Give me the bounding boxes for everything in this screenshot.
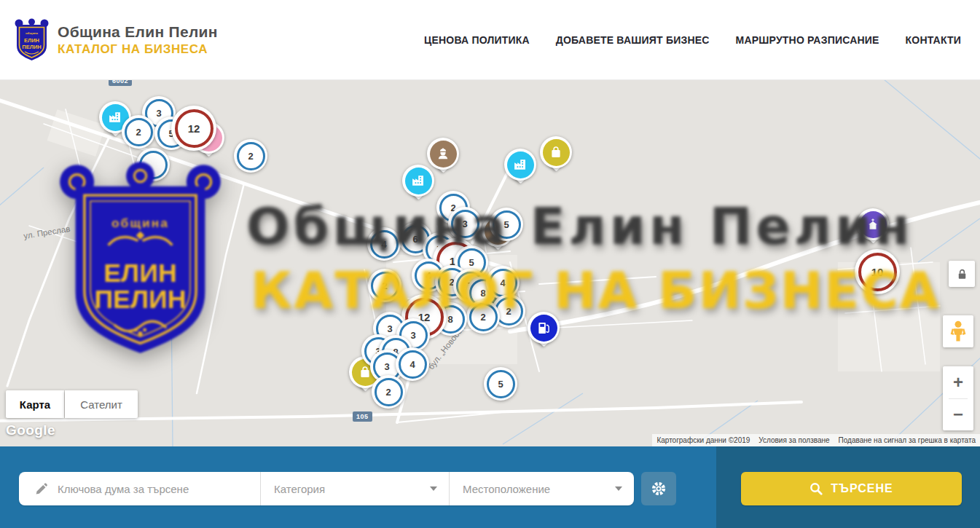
advanced-settings-button[interactable] xyxy=(641,472,676,505)
lock-control-button[interactable] xyxy=(949,261,975,287)
google-logo[interactable]: Google xyxy=(6,422,55,438)
municipality-crest-logo: община ЕЛИН ПЕЛИН xyxy=(15,18,49,62)
category-select-label: Категория xyxy=(274,483,325,495)
location-select[interactable]: Местоположение xyxy=(450,472,634,505)
map-type-control: Карта Сателит xyxy=(6,390,138,418)
gear-icon xyxy=(651,481,667,497)
road-shield: 105 xyxy=(353,411,372,422)
brand-text: Община Елин Пелин КАТАЛОГ НА БИЗНЕСА xyxy=(58,23,218,57)
svg-text:община: община xyxy=(26,31,38,35)
attribution-report-error-link[interactable]: Подаване на сигнал за грешка в картата xyxy=(834,436,980,444)
business-pin-factory[interactable] xyxy=(503,149,537,194)
pencil-icon xyxy=(35,483,47,495)
business-pin-factory[interactable] xyxy=(401,165,435,210)
search-fields: Категория Местоположение xyxy=(19,472,634,505)
factory-icon xyxy=(109,111,122,123)
shopping-bag-icon xyxy=(359,366,371,379)
street-view-pegman-button[interactable] xyxy=(943,315,973,347)
cluster-marker[interactable]: 5 xyxy=(484,367,517,401)
cluster-marker[interactable]: 2 xyxy=(372,375,405,409)
brand-title: Община Елин Пелин xyxy=(58,23,218,41)
pegman-icon xyxy=(950,320,966,342)
factory-icon xyxy=(412,175,425,186)
cluster-marker[interactable] xyxy=(136,148,170,181)
search-button-label: ТЪРСЕНЕ xyxy=(831,482,893,495)
church-icon xyxy=(867,218,879,231)
construction-worker-icon xyxy=(436,147,450,160)
search-button[interactable]: ТЪРСЕНЕ xyxy=(741,472,962,505)
map-attribution: Картографски данни ©2019 Условия за полз… xyxy=(652,434,980,446)
business-pin-church[interactable] xyxy=(856,208,890,253)
fuel-station-icon xyxy=(537,321,551,335)
cluster-marker[interactable]: 10 xyxy=(855,249,900,294)
nav-item-pricing-policy[interactable]: ЦЕНОВА ПОЛИТИКА xyxy=(424,34,530,46)
chevron-down-icon xyxy=(615,486,622,491)
cluster-marker[interactable]: 12 xyxy=(171,106,216,151)
road-shield: 6002 xyxy=(109,80,132,86)
nav-item-contacts[interactable]: КОНТАКТИ xyxy=(906,34,961,46)
attribution-map-data: Картографски данни ©2019 xyxy=(652,436,754,444)
map-type-map-button[interactable]: Карта xyxy=(6,390,64,418)
zoom-in-button[interactable]: + xyxy=(943,366,973,398)
cluster-marker[interactable]: 3 xyxy=(448,207,482,240)
search-button-panel: ТЪРСЕНЕ xyxy=(716,446,980,528)
shopping-bag-icon xyxy=(550,146,562,159)
cluster-marker[interactable]: 2 xyxy=(234,139,267,173)
location-select-label: Местоположение xyxy=(463,483,550,495)
brand[interactable]: община ЕЛИН ПЕЛИН Община Елин Пелин КАТА… xyxy=(15,18,218,62)
zoom-control: + − xyxy=(943,366,973,430)
nav-item-add-your-business[interactable]: ДОБАВЕТЕ ВАШИЯТ БИЗНЕС xyxy=(556,34,710,46)
svg-text:ПЕЛИН: ПЕЛИН xyxy=(22,44,41,50)
lock-icon xyxy=(956,268,968,280)
factory-icon xyxy=(514,159,527,170)
business-pin-fuel[interactable] xyxy=(527,312,560,357)
cluster-marker[interactable]: 5 xyxy=(490,208,523,241)
keyword-field-wrap xyxy=(19,472,261,505)
category-select[interactable]: Категория xyxy=(261,472,450,505)
search-icon xyxy=(810,482,823,495)
zoom-out-button[interactable]: − xyxy=(943,399,973,431)
attribution-terms-link[interactable]: Условия за ползване xyxy=(754,436,834,444)
page: община ЕЛИН ПЕЛИН Община Елин Пелин КАТА… xyxy=(0,0,980,528)
brand-subtitle: КАТАЛОГ НА БИЗНЕСА xyxy=(58,42,218,57)
search-bar: ТЪРСЕНЕ Категория Местоположение xyxy=(0,446,980,528)
chevron-down-icon xyxy=(430,486,437,491)
business-pin-shopping[interactable] xyxy=(539,136,573,181)
cluster-marker[interactable]: 2 xyxy=(122,115,155,149)
nav-item-route-schedule[interactable]: МАРШРУТНО РАЗПИСАНИЕ xyxy=(736,34,879,46)
main-nav: ЦЕНОВА ПОЛИТИКА ДОБАВЕТЕ ВАШИЯТ БИЗНЕС М… xyxy=(424,34,961,46)
header: община ЕЛИН ПЕЛИН Община Елин Пелин КАТА… xyxy=(0,0,980,80)
keyword-search-input[interactable] xyxy=(56,482,241,496)
svg-text:ЕЛИН: ЕЛИН xyxy=(24,37,39,44)
map-canvas[interactable]: 6002 105 ул. Преслав бул. „Новосел xyxy=(0,80,980,446)
cluster-marker[interactable]: 2 xyxy=(466,300,500,334)
cluster-marker[interactable]: 4 xyxy=(367,227,401,261)
map-type-satellite-button[interactable]: Сателит xyxy=(65,390,138,418)
cluster-marker[interactable]: 4 xyxy=(396,347,429,381)
cluster-marker[interactable]: 2 xyxy=(368,269,401,302)
